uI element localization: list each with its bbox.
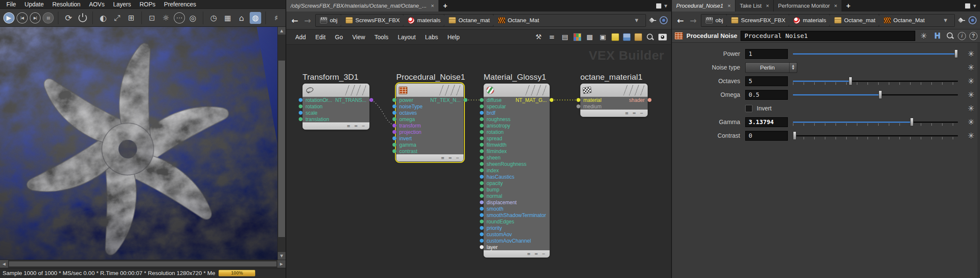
pin-icon[interactable] <box>649 17 657 24</box>
port-dot[interactable] <box>480 213 484 217</box>
slider-handle[interactable] <box>793 131 796 140</box>
port-dot[interactable] <box>480 143 484 147</box>
port-dot[interactable] <box>480 124 484 127</box>
tab-take-list[interactable]: Take List× <box>735 0 774 12</box>
parameters-scroll-strip[interactable] <box>977 43 980 278</box>
param-gear-icon[interactable]: ✳ <box>968 117 974 127</box>
menu-rops[interactable]: ROPs <box>135 0 159 9</box>
refresh-icon[interactable]: ⟳ <box>63 12 75 24</box>
follow-selection-icon[interactable] <box>968 16 977 24</box>
node-body[interactable]: rotationOr...rotationscaletranslationNT_… <box>303 84 369 130</box>
net-menu-labs[interactable]: Labs <box>421 32 443 42</box>
net-menu-tools[interactable]: Tools <box>370 32 393 42</box>
gear-menu-icon[interactable]: ✳ <box>919 31 929 41</box>
jump-end-button[interactable]: ▶| <box>30 12 41 23</box>
crop-icon[interactable]: ♯ <box>270 12 282 24</box>
port-dot[interactable] <box>480 104 484 108</box>
viewport-horizontal-scrollbar[interactable]: ◀ ▶ <box>0 260 285 267</box>
breadcrumb-obj[interactable]: obj <box>701 14 730 26</box>
port-dot[interactable] <box>480 239 484 243</box>
port-dot[interactable] <box>480 232 484 236</box>
port-dot[interactable] <box>464 98 467 102</box>
menu-resolution[interactable]: Resolution <box>49 0 84 9</box>
scroll-right-arrow[interactable]: ▶ <box>277 260 285 267</box>
port-dot[interactable] <box>480 207 484 211</box>
param-value-field[interactable]: 3.13794 <box>745 117 788 127</box>
follow-selection-icon[interactable] <box>660 16 668 24</box>
menu-update[interactable]: Update <box>21 0 48 9</box>
tab-close-icon[interactable]: × <box>431 3 434 9</box>
gamma-icon[interactable]: ☼ <box>160 12 172 24</box>
info-icon[interactable]: i <box>958 32 966 40</box>
param-value-field[interactable]: 0 <box>745 131 788 141</box>
tree-view-icon[interactable]: ≡ <box>547 32 556 42</box>
node-material_glossy1[interactable]: Material_Glossy1diffusespecularbrdfrough… <box>484 84 550 258</box>
nav-back-button[interactable]: ← <box>675 16 686 25</box>
nav-forward-button[interactable]: → <box>303 16 313 25</box>
network-path-tab[interactable]: /obj/ScrewsFBX_FBX/materials/Octane_mat/… <box>286 0 439 12</box>
scroll-up-arrow[interactable]: ▲ <box>278 27 285 35</box>
node-footer-badges[interactable]: ≡=− <box>484 250 550 258</box>
grid-icon[interactable]: ▦ <box>222 12 233 24</box>
dropdown-spinner-icon[interactable]: ▲▼ <box>789 63 797 72</box>
nav-forward-button[interactable]: → <box>688 16 698 25</box>
breadcrumb-dropdown-icon[interactable]: ▼ <box>633 18 642 23</box>
breadcrumb-octane_mat[interactable]: Octane_mat <box>444 14 497 26</box>
param-gear-icon[interactable]: ✳ <box>968 76 974 86</box>
node-flags-stripes[interactable] <box>344 85 366 96</box>
invert-checkbox[interactable] <box>745 105 752 112</box>
param-value-field[interactable]: 1 <box>745 49 788 59</box>
breadcrumb-screwsfbx_fbx[interactable]: ScrewsFBX_FBX <box>341 14 407 26</box>
breadcrumb-octane_mat[interactable]: Octane_Mat▼ <box>494 14 646 26</box>
clock-icon[interactable]: ◷ <box>208 12 219 24</box>
port-dot[interactable] <box>392 98 396 102</box>
power-icon[interactable] <box>77 12 89 24</box>
scroll-down-arrow[interactable]: ▼ <box>278 252 285 260</box>
param-slider[interactable] <box>793 49 958 59</box>
breadcrumb-materials[interactable]: materials <box>404 14 448 26</box>
net-menu-help[interactable]: Help <box>443 32 464 42</box>
menu-preferences[interactable]: Preferences <box>160 0 200 9</box>
node-name-input[interactable] <box>741 31 915 41</box>
param-gear-icon[interactable]: ✳ <box>968 104 974 113</box>
color-palette-icon[interactable] <box>574 33 581 41</box>
node-type-icon[interactable] <box>674 32 683 40</box>
node-footer-badges[interactable]: ≡=− <box>396 154 464 162</box>
visibility-icon[interactable] <box>658 34 667 41</box>
node-flags-stripes[interactable] <box>524 85 546 96</box>
noise-type-dropdown[interactable]: Perlin▲▼ <box>745 62 797 73</box>
node-flags-stripes[interactable] <box>622 85 644 96</box>
slider-handle[interactable] <box>879 90 882 99</box>
port-dot[interactable] <box>299 98 303 102</box>
contrast-icon[interactable]: ◐ <box>97 12 109 24</box>
menu-layers[interactable]: Layers <box>109 0 135 9</box>
param-slider[interactable] <box>793 90 958 100</box>
snapshot-icon[interactable]: ▩ <box>585 32 594 42</box>
port-dot[interactable] <box>392 149 396 153</box>
slider-handle[interactable] <box>954 49 958 58</box>
port-dot[interactable] <box>480 156 484 159</box>
param-slider[interactable] <box>793 117 958 127</box>
render-play-button[interactable]: ▶ <box>3 12 14 23</box>
tab-performance-monitor[interactable]: Performance Monitor× <box>774 0 842 12</box>
render-viewport[interactable] <box>0 27 277 260</box>
expand-icon[interactable]: ⤢ <box>111 12 123 24</box>
pin-icon[interactable] <box>957 17 966 24</box>
render-region-icon[interactable]: ⊡ <box>146 12 158 24</box>
pause-button[interactable]: ▮▮ <box>43 12 54 23</box>
tools-icon[interactable]: ⚒ <box>534 32 543 42</box>
port-dot[interactable] <box>299 117 303 121</box>
scroll-thumb[interactable] <box>9 261 277 266</box>
new-tab-button[interactable]: + <box>842 0 855 12</box>
port-dot[interactable] <box>299 104 303 108</box>
pane-menu-arrow-icon[interactable]: ▼ <box>664 4 667 8</box>
port-dot[interactable] <box>480 220 484 223</box>
net-menu-edit[interactable]: Edit <box>311 32 330 42</box>
port-dot[interactable] <box>369 98 373 102</box>
net-menu-view[interactable]: View <box>348 32 370 42</box>
port-dot[interactable] <box>480 181 484 185</box>
slider-track[interactable] <box>793 135 958 136</box>
target-icon[interactable]: ◎ <box>187 12 199 24</box>
port-dot[interactable] <box>480 194 484 198</box>
tab-close-icon[interactable]: × <box>766 3 769 9</box>
